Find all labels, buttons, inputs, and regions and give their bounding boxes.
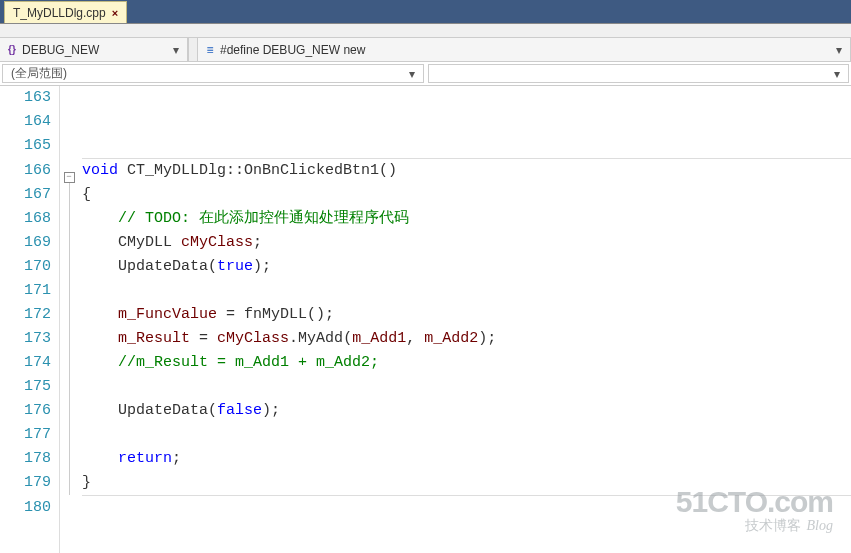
fold-cell: − <box>60 159 78 183</box>
code-line[interactable]: //m_Result = m_Add1 + m_Add2; <box>82 351 851 375</box>
tab-bar: T_MyDLLDlg.cpp × <box>0 0 851 24</box>
tab-title: T_MyDLLDlg.cpp <box>13 6 106 20</box>
global-scope-dropdown[interactable]: (全局范围) ▾ <box>2 64 424 83</box>
line-number: 175 <box>0 375 51 399</box>
scope-dropdown[interactable]: DEBUG_NEW ▾ <box>0 38 188 61</box>
code-editor[interactable]: 1631641651661671681691701711721731741751… <box>0 86 851 553</box>
line-number: 170 <box>0 255 51 279</box>
code-line[interactable]: m_FuncValue = fnMyDLL(); <box>82 303 851 327</box>
line-number: 174 <box>0 351 51 375</box>
code-line[interactable]: UpdateData(false); <box>82 399 851 423</box>
fold-cell <box>60 327 78 351</box>
code-line[interactable]: UpdateData(true); <box>82 255 851 279</box>
fold-cell <box>60 86 78 110</box>
splitter[interactable] <box>188 38 198 61</box>
code-line[interactable]: CMyDLL cMyClass; <box>82 231 851 255</box>
code-line[interactable] <box>82 279 851 303</box>
member-dropdown-text: #define DEBUG_NEW new <box>220 43 830 57</box>
line-number: 164 <box>0 110 51 134</box>
code-line[interactable]: return; <box>82 447 851 471</box>
line-number-gutter: 1631641651661671681691701711721731741751… <box>0 86 60 553</box>
line-number: 163 <box>0 86 51 110</box>
fold-cell <box>60 183 78 207</box>
fold-cell <box>60 207 78 231</box>
scope-dropdown-text: DEBUG_NEW <box>22 43 167 57</box>
fold-cell <box>60 496 78 520</box>
line-number: 173 <box>0 327 51 351</box>
line-number: 169 <box>0 231 51 255</box>
line-number: 180 <box>0 496 51 520</box>
global-scope-text: (全局范围) <box>11 65 67 82</box>
line-number: 172 <box>0 303 51 327</box>
line-number: 177 <box>0 423 51 447</box>
code-line[interactable] <box>82 496 851 520</box>
chevron-down-icon: ▾ <box>834 67 840 81</box>
fold-cell <box>60 351 78 375</box>
code-line[interactable] <box>82 86 851 110</box>
code-line[interactable]: { <box>82 183 851 207</box>
close-icon[interactable]: × <box>112 7 118 19</box>
code-line[interactable] <box>82 110 851 134</box>
fold-cell <box>60 303 78 327</box>
code-line[interactable]: } <box>82 471 851 495</box>
fold-cell <box>60 471 78 495</box>
fold-minus-icon[interactable]: − <box>64 172 75 183</box>
code-line[interactable] <box>82 375 851 399</box>
line-number: 171 <box>0 279 51 303</box>
line-number: 179 <box>0 471 51 495</box>
fold-cell <box>60 255 78 279</box>
function-scope-dropdown[interactable]: ▾ <box>428 64 850 83</box>
code-line[interactable] <box>82 134 851 158</box>
fold-cell <box>60 423 78 447</box>
code-line[interactable]: void CT_MyDLLDlg::OnBnClickedBtn1() <box>82 159 851 183</box>
fold-cell <box>60 447 78 471</box>
bracket-icon <box>6 44 18 56</box>
line-number: 178 <box>0 447 51 471</box>
line-number: 166 <box>0 159 51 183</box>
line-number: 165 <box>0 134 51 158</box>
chevron-down-icon: ▾ <box>171 43 181 57</box>
fold-cell <box>60 375 78 399</box>
define-icon <box>204 44 216 56</box>
line-number: 167 <box>0 183 51 207</box>
fold-column: − <box>60 86 78 553</box>
line-number: 176 <box>0 399 51 423</box>
line-number: 168 <box>0 207 51 231</box>
fold-cell <box>60 279 78 303</box>
code-line[interactable] <box>82 423 851 447</box>
code-area[interactable]: void CT_MyDLLDlg::OnBnClickedBtn1(){ // … <box>78 86 851 553</box>
code-line[interactable]: // TODO: 在此添加控件通知处理程序代码 <box>82 207 851 231</box>
toolbar-strip <box>0 24 851 38</box>
fold-cell <box>60 399 78 423</box>
code-line[interactable]: m_Result = cMyClass.MyAdd(m_Add1, m_Add2… <box>82 327 851 351</box>
member-dropdown[interactable]: #define DEBUG_NEW new ▾ <box>198 38 851 61</box>
fold-cell <box>60 231 78 255</box>
file-tab[interactable]: T_MyDLLDlg.cpp × <box>4 1 127 23</box>
fold-cell <box>60 134 78 158</box>
scope-row: (全局范围) ▾ ▾ <box>0 62 851 86</box>
navigation-bar: DEBUG_NEW ▾ #define DEBUG_NEW new ▾ <box>0 38 851 62</box>
fold-cell <box>60 110 78 134</box>
chevron-down-icon: ▾ <box>409 67 415 81</box>
chevron-down-icon: ▾ <box>834 43 844 57</box>
